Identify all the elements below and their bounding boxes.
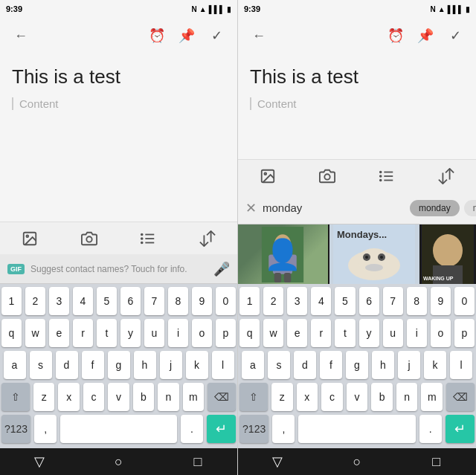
right-space-key[interactable]: [298, 415, 415, 443]
gif-search-clear-button[interactable]: ✕: [245, 200, 257, 216]
r-key-a[interactable]: a: [242, 351, 264, 379]
right-back-button[interactable]: ←: [247, 24, 271, 48]
key-q[interactable]: q: [1, 319, 22, 347]
key-5[interactable]: 5: [97, 287, 117, 315]
r-key-j[interactable]: j: [398, 351, 420, 379]
right-pin-button[interactable]: 📌: [414, 24, 437, 48]
r-key-2[interactable]: 2: [263, 287, 283, 315]
key-s[interactable]: s: [30, 351, 52, 379]
left-alarm-button[interactable]: ⏰: [145, 24, 169, 48]
right-alarm-button[interactable]: ⏰: [384, 24, 408, 48]
right-backspace-key[interactable]: ⌫: [446, 383, 475, 411]
r-key-f[interactable]: f: [320, 351, 342, 379]
r-key-3[interactable]: 3: [287, 287, 307, 315]
key-v[interactable]: v: [108, 383, 129, 411]
r-key-s[interactable]: s: [268, 351, 290, 379]
key-l[interactable]: l: [212, 351, 234, 379]
key-4[interactable]: 4: [73, 287, 93, 315]
key-p[interactable]: p: [216, 319, 236, 347]
r-key-o[interactable]: o: [431, 319, 451, 347]
right-period-key[interactable]: .: [419, 415, 442, 443]
r-key-d[interactable]: d: [294, 351, 316, 379]
key-a[interactable]: a: [4, 351, 26, 379]
key-n[interactable]: n: [158, 383, 178, 411]
r-key-k[interactable]: k: [424, 351, 446, 379]
key-7[interactable]: 7: [144, 287, 164, 315]
r-key-h[interactable]: h: [372, 351, 394, 379]
right-crop-button[interactable]: [431, 161, 461, 191]
key-b[interactable]: b: [133, 383, 154, 411]
left-pin-button[interactable]: 📌: [175, 24, 199, 48]
gif-man[interactable]: [238, 224, 329, 284]
key-3[interactable]: 3: [49, 287, 69, 315]
key-8[interactable]: 8: [168, 287, 188, 315]
right-camera-button[interactable]: [312, 161, 342, 191]
left-gif-badge[interactable]: GIF: [7, 264, 25, 274]
r-key-z[interactable]: z: [271, 383, 293, 411]
r-key-1[interactable]: 1: [239, 287, 260, 315]
right-comma-key[interactable]: ,: [272, 415, 295, 443]
right-recents-nav[interactable]: □: [414, 448, 459, 475]
r-key-r[interactable]: r: [311, 319, 331, 347]
r-key-x[interactable]: x: [297, 383, 318, 411]
key-j[interactable]: j: [160, 351, 182, 379]
key-e[interactable]: e: [49, 319, 69, 347]
left-comma-key[interactable]: ,: [34, 415, 57, 443]
key-m[interactable]: m: [183, 383, 204, 411]
left-note-area[interactable]: This is a test Content: [0, 54, 237, 222]
gif-search-input[interactable]: [263, 201, 404, 214]
r-key-u[interactable]: u: [383, 319, 403, 347]
key-6[interactable]: 6: [120, 287, 141, 315]
left-period-key[interactable]: .: [181, 415, 203, 443]
key-9[interactable]: 9: [192, 287, 212, 315]
left-space-key[interactable]: [60, 415, 177, 443]
right-note-area[interactable]: This is a test Content: [238, 54, 476, 159]
right-check-button[interactable]: ✓: [443, 24, 467, 48]
chip-monday[interactable]: monday: [410, 200, 460, 216]
r-key-5[interactable]: 5: [335, 287, 355, 315]
key-z[interactable]: z: [33, 383, 54, 411]
key-i[interactable]: i: [168, 319, 188, 347]
key-k[interactable]: k: [186, 351, 208, 379]
r-key-n[interactable]: n: [396, 383, 418, 411]
r-key-i[interactable]: i: [407, 319, 427, 347]
key-f[interactable]: f: [82, 351, 104, 379]
left-image-button[interactable]: [15, 224, 45, 253]
right-image-button[interactable]: [253, 161, 283, 191]
key-2[interactable]: 2: [25, 287, 45, 315]
key-g[interactable]: g: [108, 351, 130, 379]
chip-mondays[interactable]: mondays: [464, 200, 476, 216]
left-mic-icon[interactable]: 🎤: [213, 261, 230, 277]
right-enter-key[interactable]: ↵: [446, 415, 475, 443]
key-d[interactable]: d: [56, 351, 78, 379]
r-key-4[interactable]: 4: [311, 287, 331, 315]
r-key-b[interactable]: b: [371, 383, 393, 411]
r-key-9[interactable]: 9: [431, 287, 451, 315]
key-u[interactable]: u: [144, 319, 164, 347]
gif-waking[interactable]: WAKING UP: [421, 224, 476, 284]
r-key-6[interactable]: 6: [359, 287, 379, 315]
left-number-switch[interactable]: ?123: [1, 415, 30, 443]
key-r[interactable]: r: [73, 319, 93, 347]
r-key-0[interactable]: 0: [454, 287, 475, 315]
key-c[interactable]: c: [83, 383, 104, 411]
right-home-nav[interactable]: ○: [335, 448, 379, 475]
right-note-content[interactable]: Content: [250, 97, 464, 110]
right-shift-key[interactable]: ⇧: [239, 383, 268, 411]
left-list-button[interactable]: [133, 224, 163, 253]
r-key-e[interactable]: e: [287, 319, 307, 347]
left-check-button[interactable]: ✓: [205, 24, 228, 48]
r-key-g[interactable]: g: [346, 351, 368, 379]
left-back-button[interactable]: ←: [9, 24, 33, 48]
left-back-nav[interactable]: ▽: [17, 448, 62, 475]
key-y[interactable]: y: [120, 319, 141, 347]
r-key-8[interactable]: 8: [407, 287, 427, 315]
r-key-c[interactable]: c: [321, 383, 343, 411]
r-key-p[interactable]: p: [454, 319, 475, 347]
left-shift-key[interactable]: ⇧: [1, 383, 30, 411]
key-t[interactable]: t: [97, 319, 117, 347]
left-enter-key[interactable]: ↵: [207, 415, 236, 443]
key-0[interactable]: 0: [216, 287, 236, 315]
right-list-button[interactable]: [372, 161, 402, 191]
left-camera-button[interactable]: [74, 224, 104, 253]
